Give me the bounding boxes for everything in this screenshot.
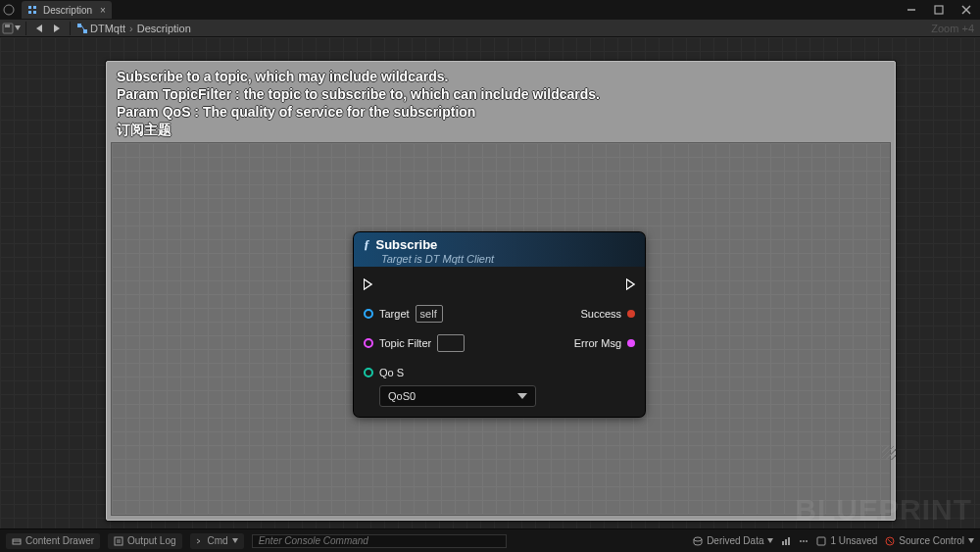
svg-marker-25	[767, 538, 773, 543]
svg-point-29	[800, 540, 802, 542]
cmd-label: Cmd	[208, 535, 228, 546]
chevron-down-icon	[232, 538, 238, 544]
tab-close-icon[interactable]: ×	[98, 5, 108, 15]
title-bar: Description ×	[0, 0, 980, 20]
pin-label: Error Msg	[574, 337, 621, 349]
toolbar-separator	[70, 22, 71, 35]
zoom-level: Zoom +4	[931, 23, 974, 34]
topic-filter-input-pin[interactable]: Topic Filter	[364, 333, 536, 353]
svg-marker-11	[15, 25, 21, 30]
cmd-type-button[interactable]: Cmd	[190, 533, 244, 549]
content-drawer-button[interactable]: Content Drawer	[6, 533, 100, 549]
source-control-label: Source Control	[899, 535, 964, 546]
bool-pin-icon	[627, 310, 635, 318]
target-input-pin[interactable]: Target self	[364, 304, 536, 324]
save-button[interactable]	[0, 20, 22, 37]
blueprint-graph-icon	[74, 23, 90, 34]
node-body: Target self Topic Filter Qo S	[354, 267, 645, 417]
tab-label: Description	[43, 5, 92, 16]
drawer-icon	[12, 536, 22, 546]
breadcrumb-leaf[interactable]: Description	[137, 23, 191, 34]
blueprint-graph-canvas[interactable]: Subscribe to a topic, which may include …	[0, 37, 980, 528]
pin-label: Topic Filter	[379, 337, 431, 349]
function-icon: ƒ	[364, 236, 370, 252]
unsaved-label: 1 Unsaved	[830, 535, 877, 546]
exec-pin-icon	[626, 278, 635, 290]
svg-rect-20	[115, 537, 122, 545]
nav-back-button[interactable]	[30, 24, 48, 33]
svg-marker-35	[968, 538, 974, 543]
enum-pin-icon	[364, 368, 373, 377]
svg-rect-4	[33, 11, 36, 14]
success-output-pin[interactable]: Success	[580, 304, 635, 324]
tab-description[interactable]: Description ×	[22, 1, 112, 19]
svg-marker-23	[232, 538, 238, 543]
qos-input-pin[interactable]: Qo S	[364, 363, 536, 382]
string-pin-icon	[627, 339, 635, 347]
unreal-logo-icon	[0, 0, 18, 20]
output-log-label: Output Log	[127, 535, 175, 546]
svg-rect-14	[77, 24, 81, 27]
pin-label: Target	[379, 308, 410, 320]
svg-line-34	[888, 539, 892, 543]
chevron-down-icon	[767, 538, 773, 544]
chevron-right-icon: ›	[129, 23, 133, 34]
comment-text: Subscribe to a topic, which may include …	[107, 62, 895, 144]
log-icon	[114, 536, 123, 546]
comment-resize-handle[interactable]	[882, 446, 896, 460]
progress-indicator[interactable]	[781, 536, 791, 546]
comment-line: Param TopicFilter : the topic to subscri…	[117, 85, 885, 103]
nav-forward-button[interactable]	[48, 24, 66, 33]
window-minimize-button[interactable]	[898, 0, 925, 20]
output-log-button[interactable]: Output Log	[108, 533, 181, 549]
comment-line: Param QoS : The quality of service for t…	[117, 103, 885, 121]
svg-point-31	[806, 540, 808, 542]
string-pin-icon	[364, 338, 373, 348]
error-msg-output-pin[interactable]: Error Msg	[574, 333, 635, 353]
node-title: Subscribe	[376, 237, 438, 252]
node-header[interactable]: ƒ Subscribe Target is DT Mqtt Client	[354, 232, 645, 267]
window-maximize-button[interactable]	[925, 0, 953, 20]
blueprint-node-subscribe[interactable]: ƒ Subscribe Target is DT Mqtt Client Tar…	[354, 232, 645, 417]
bars-icon	[781, 536, 791, 546]
svg-rect-28	[788, 537, 790, 545]
node-subtitle: Target is DT Mqtt Client	[381, 253, 635, 265]
command-menu-button[interactable]	[799, 536, 808, 546]
blueprint-tab-icon	[27, 5, 37, 15]
topic-filter-value-field[interactable]	[437, 334, 465, 352]
comment-line: Subscribe to a topic, which may include …	[117, 68, 885, 85]
toolbar-separator	[25, 22, 26, 35]
object-pin-icon	[364, 309, 373, 319]
window-close-button[interactable]	[953, 0, 980, 20]
svg-rect-1	[28, 6, 31, 9]
content-drawer-label: Content Drawer	[25, 535, 94, 546]
svg-point-30	[803, 540, 805, 542]
svg-rect-27	[785, 539, 787, 545]
breadcrumb-root[interactable]: DTMqtt	[90, 23, 125, 34]
data-icon	[693, 536, 703, 546]
derived-data-button[interactable]: Derived Data	[693, 535, 773, 546]
comment-line: 订阅主题	[117, 121, 885, 138]
source-control-button[interactable]: Source Control	[885, 535, 974, 546]
chevron-down-icon	[968, 538, 974, 544]
source-control-icon	[885, 536, 895, 546]
derived-data-label: Derived Data	[707, 535, 763, 546]
svg-rect-6	[935, 6, 943, 14]
toolbar: DTMqtt › Description Zoom +4	[0, 20, 980, 37]
exec-input-pin[interactable]	[364, 275, 536, 294]
qos-dropdown[interactable]: QoS0	[379, 385, 536, 407]
svg-marker-12	[36, 25, 42, 32]
pin-label: Success	[580, 308, 621, 320]
exec-output-pin[interactable]	[626, 275, 635, 294]
svg-rect-3	[28, 11, 31, 14]
terminal-icon	[196, 537, 204, 545]
menu-icon	[799, 536, 808, 546]
svg-marker-13	[54, 25, 60, 32]
pin-label: Qo S	[379, 367, 404, 378]
target-value-field[interactable]: self	[416, 305, 443, 323]
console-command-input[interactable]	[252, 534, 507, 548]
svg-marker-17	[517, 393, 527, 399]
svg-rect-10	[5, 25, 10, 27]
unsaved-button[interactable]: 1 Unsaved	[816, 535, 877, 546]
svg-rect-26	[782, 541, 784, 545]
